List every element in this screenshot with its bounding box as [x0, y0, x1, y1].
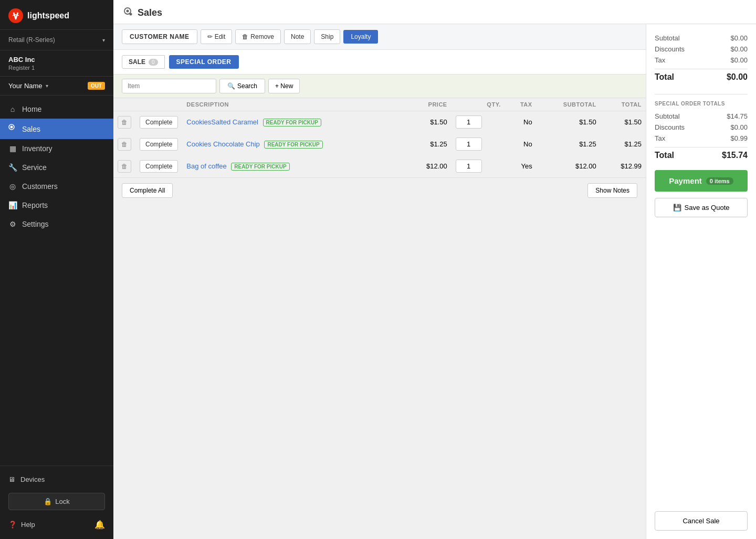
search-label: Search — [237, 82, 257, 90]
notification-icon[interactable]: 🔔 — [94, 520, 105, 530]
complete-all-button[interactable]: Complete All — [122, 183, 173, 198]
app-name: lightspeed — [27, 11, 69, 20]
nav-label-customers: Customers — [22, 182, 58, 191]
show-notes-button[interactable]: Show Notes — [587, 183, 637, 198]
sale-tab[interactable]: SALE 0 — [122, 55, 165, 69]
edit-button[interactable]: ✏ Edit — [201, 29, 233, 44]
customers-icon: ◎ — [8, 182, 17, 191]
items-table: DESCRIPTION PRICE QTY. TAX SUBTOTAL TOTA… — [113, 98, 646, 177]
cancel-sale-button[interactable]: Cancel Sale — [655, 511, 748, 531]
col-qty: QTY. — [452, 98, 505, 111]
qty-input[interactable] — [456, 115, 482, 129]
nav-label-service: Service — [22, 163, 47, 172]
sidebar-item-reports[interactable]: 📊 Reports — [0, 196, 113, 215]
user-chevron-icon: ▾ — [46, 83, 48, 89]
lock-button[interactable]: 🔒 Lock — [8, 493, 105, 510]
item-tax: No — [505, 111, 537, 133]
search-button[interactable]: 🔍 Search — [219, 79, 265, 93]
item-search-input[interactable] — [122, 79, 216, 93]
special-order-totals-label: SPECIAL ORDER TOTALS — [655, 101, 748, 107]
remove-button[interactable]: 🗑 Remove — [235, 29, 281, 44]
payment-items-badge: 0 items — [706, 177, 733, 185]
inventory-icon: ▦ — [8, 144, 17, 153]
save-quote-button[interactable]: 💾 Save as Quote — [655, 198, 748, 217]
sidebar-item-service[interactable]: 🔧 Service — [0, 158, 113, 177]
main-content: CUSTOMER NAME ✏ Edit 🗑 Remove Note Ship … — [113, 24, 646, 539]
discounts-row: Discounts $0.00 — [655, 44, 748, 55]
sidebar-item-settings[interactable]: ⚙ Settings — [0, 215, 113, 234]
page-header-icon — [124, 7, 133, 18]
payment-label: Payment — [669, 176, 702, 185]
item-total: $1.25 — [601, 133, 646, 155]
col-subtotal: SUBTOTAL — [537, 98, 601, 111]
chevron-down-icon: ▾ — [102, 37, 105, 43]
svg-point-2 — [10, 126, 13, 129]
sidebar-item-customers[interactable]: ◎ Customers — [0, 177, 113, 196]
nav-label-settings: Settings — [22, 220, 49, 228]
ship-button[interactable]: Ship — [314, 29, 340, 44]
item-tax: Yes — [505, 155, 537, 177]
help-label: Help — [21, 521, 35, 529]
company-name: ABC Inc — [8, 56, 105, 64]
sidebar-item-sales[interactable]: Sales — [0, 119, 113, 139]
reports-icon: 📊 — [8, 201, 17, 209]
item-link[interactable]: Cookies Chocolate Chip — [186, 140, 259, 148]
svg-point-4 — [127, 10, 129, 13]
so-discounts-row: Discounts $0.00 — [655, 122, 748, 133]
page-header: Sales — [113, 0, 756, 24]
remove-icon: 🗑 — [242, 33, 248, 40]
help-button[interactable]: ❓ Help — [8, 521, 35, 529]
home-icon: ⌂ — [8, 105, 17, 113]
item-subtotal: $1.25 — [537, 133, 601, 155]
edit-icon: ✏ — [207, 33, 213, 40]
loyalty-button[interactable]: Loyalty — [343, 30, 378, 44]
so-subtotal-value: $14.75 — [727, 112, 748, 120]
devices-label: Devices — [20, 475, 45, 483]
so-discounts-value: $0.00 — [730, 123, 748, 131]
so-tax-row: Tax $0.99 — [655, 133, 748, 144]
col-total: TOTAL — [601, 98, 646, 111]
delete-row-button[interactable]: 🗑 — [118, 116, 131, 129]
service-icon: 🔧 — [8, 163, 17, 172]
item-link[interactable]: CookiesSalted Caramel — [186, 118, 258, 126]
item-total: $12.99 — [601, 155, 646, 177]
sidebar-item-home[interactable]: ⌂ Home — [0, 100, 113, 119]
remove-label: Remove — [250, 33, 274, 40]
col-description: DESCRIPTION — [182, 98, 406, 111]
new-button[interactable]: + New — [268, 79, 300, 93]
payment-button[interactable]: Payment 0 items — [655, 170, 748, 192]
complete-row-button[interactable]: Complete — [140, 116, 178, 129]
note-button[interactable]: Note — [284, 29, 311, 44]
devices-icon: 🖥 — [8, 475, 15, 483]
logo-area: lightspeed — [0, 0, 113, 30]
special-order-button[interactable]: SPECIAL ORDER — [169, 55, 239, 69]
delete-row-button[interactable]: 🗑 — [118, 138, 131, 151]
settings-icon: ⚙ — [8, 220, 17, 228]
delete-row-button[interactable]: 🗑 — [118, 160, 131, 173]
so-tax-value: $0.99 — [730, 134, 748, 142]
item-subtotal: $1.50 — [537, 111, 601, 133]
save-quote-label: Save as Quote — [685, 204, 730, 212]
so-total-value: $15.74 — [722, 151, 748, 160]
sidebar-item-inventory[interactable]: ▦ Inventory — [0, 139, 113, 158]
item-total: $1.50 — [601, 111, 646, 133]
user-info: Your Name ▾ — [8, 82, 48, 90]
complete-row-button[interactable]: Complete — [140, 160, 178, 173]
qty-input[interactable] — [456, 138, 482, 151]
item-subtotal: $12.00 — [537, 155, 601, 177]
customer-name-button[interactable]: CUSTOMER NAME — [122, 29, 197, 44]
devices-button[interactable]: 🖥 Devices — [0, 470, 113, 489]
item-price: $1.25 — [406, 133, 451, 155]
store-selector[interactable]: Retail (R-Series) ▾ — [0, 30, 113, 50]
qty-input[interactable] — [456, 160, 482, 173]
table-row: 🗑 Complete Bag of coffee READY FOR PICKU… — [113, 155, 646, 177]
item-link[interactable]: Bag of coffee — [186, 162, 226, 170]
so-subtotal-label: Subtotal — [655, 112, 680, 120]
complete-row-button[interactable]: Complete — [140, 138, 178, 151]
user-area[interactable]: Your Name ▾ OUT — [0, 77, 113, 96]
ready-badge: READY FOR PICKUP — [264, 141, 322, 149]
sidebar-bottom: 🖥 Devices 🔒 Lock ❓ Help 🔔 — [0, 466, 113, 539]
items-table-wrapper: DESCRIPTION PRICE QTY. TAX SUBTOTAL TOTA… — [113, 98, 646, 539]
edit-label: Edit — [215, 33, 226, 40]
nav-label-inventory: Inventory — [22, 144, 52, 153]
